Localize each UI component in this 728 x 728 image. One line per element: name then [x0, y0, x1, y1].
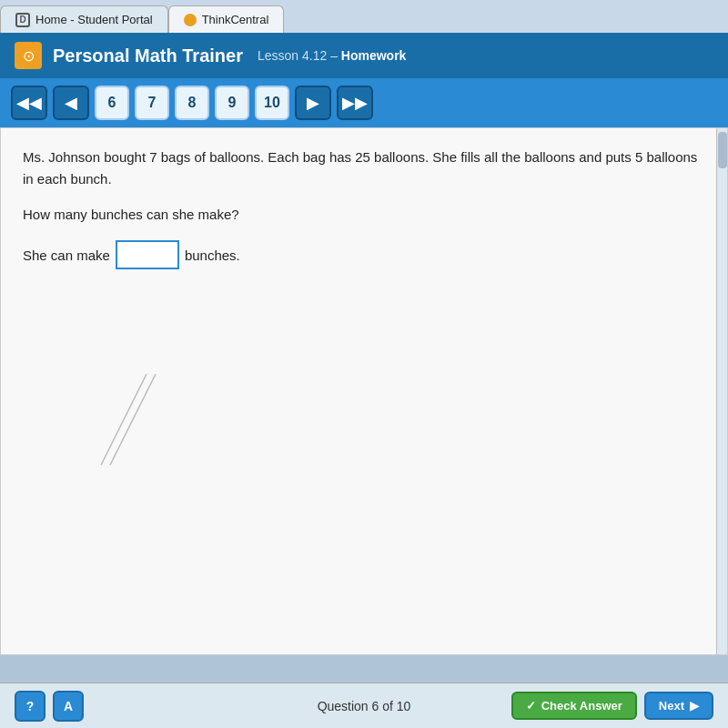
answer-row: She can make bunches.: [23, 240, 705, 269]
page-9-button[interactable]: 9: [215, 86, 249, 120]
svg-line-0: [101, 374, 147, 465]
scrollbar[interactable]: [716, 128, 727, 654]
content-area: Ms. Johnson bought 7 bags of balloons. E…: [0, 127, 728, 655]
lesson-prefix: Lesson 4.12 –: [258, 48, 341, 63]
check-label: Check Answer: [541, 699, 622, 713]
problem-text: Ms. Johnson bought 7 bags of balloons. E…: [23, 147, 705, 190]
home-tab-label: Home - Student Portal: [35, 13, 153, 26]
help-icon: ?: [26, 699, 35, 713]
hint-icon: A: [64, 699, 73, 713]
next-label: Next: [659, 699, 684, 713]
home-tab-icon: D: [15, 13, 30, 27]
forward-icon: ▶: [307, 93, 319, 113]
sub-question-text: How many bunches can she make?: [23, 207, 705, 222]
lesson-type: Homework: [341, 48, 407, 63]
scrollbar-thumb: [718, 132, 727, 168]
bottom-left-controls: ? A: [15, 691, 84, 722]
tab-thinkcentral[interactable]: ThinkCentral: [168, 5, 285, 33]
check-answer-button[interactable]: ✓ Check Answer: [511, 692, 637, 720]
back-button[interactable]: ◀: [53, 86, 89, 120]
page-6-button[interactable]: 6: [95, 86, 129, 120]
bottom-right-controls: ✓ Check Answer Next ▶: [511, 692, 713, 720]
thinkcentral-tab-dot: [184, 14, 197, 26]
rewind-icon: ◀◀: [16, 93, 42, 113]
answer-input[interactable]: [116, 240, 179, 269]
app-header: ⊙ Personal Math Trainer Lesson 4.12 – Ho…: [0, 33, 728, 78]
back-icon: ◀: [65, 93, 77, 113]
answer-prefix: She can make: [23, 248, 110, 263]
page-8-button[interactable]: 8: [175, 86, 209, 120]
fast-forward-button[interactable]: ▶▶: [337, 86, 373, 120]
page-7-button[interactable]: 7: [135, 86, 169, 120]
app-header-icon: ⊙: [15, 42, 42, 69]
help-button[interactable]: ?: [15, 691, 46, 722]
bottom-bar: ? A Question 6 of 10 ✓ Check Answer Next…: [0, 682, 728, 728]
thinkcentral-tab-label: ThinkCentral: [202, 13, 269, 26]
forward-button[interactable]: ▶: [295, 86, 331, 120]
answer-suffix: bunches.: [185, 248, 240, 263]
tab-home[interactable]: D Home - Student Portal: [0, 5, 168, 33]
rewind-button[interactable]: ◀◀: [11, 86, 47, 120]
app-lesson: Lesson 4.12 – Homework: [258, 48, 406, 63]
app-title: Personal Math Trainer: [53, 46, 243, 66]
next-icon: ▶: [690, 699, 699, 713]
page-10-button[interactable]: 10: [255, 86, 289, 120]
diagonal-decoration: [92, 365, 183, 474]
next-button[interactable]: Next ▶: [644, 692, 713, 720]
hint-button[interactable]: A: [53, 691, 84, 722]
question-indicator: Question 6 of 10: [318, 699, 411, 713]
tab-bar: D Home - Student Portal ThinkCentral: [0, 0, 728, 33]
svg-line-1: [110, 374, 156, 465]
check-icon: ✓: [526, 699, 536, 713]
nav-bar: ◀◀ ◀ 6 7 8 9 10 ▶ ▶▶: [0, 78, 728, 127]
fast-forward-icon: ▶▶: [342, 93, 368, 113]
